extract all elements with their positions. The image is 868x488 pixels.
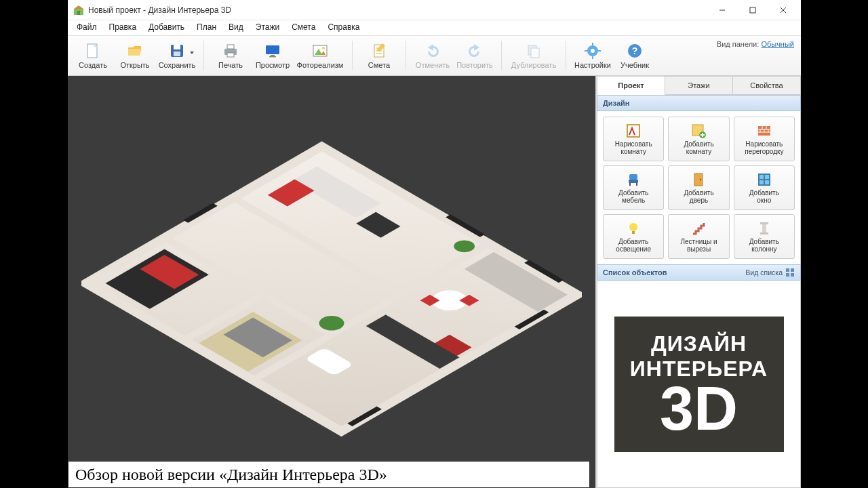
- print-button[interactable]: Печать: [210, 38, 252, 73]
- panel-view-link[interactable]: Обычный: [761, 40, 794, 48]
- svg-rect-88: [786, 268, 789, 272]
- close-button[interactable]: [768, 0, 798, 20]
- menu-floors[interactable]: Этажи: [250, 20, 285, 35]
- redo-icon: [466, 42, 484, 60]
- add-door-button[interactable]: Добавить дверь: [668, 165, 729, 210]
- menu-file[interactable]: Файл: [71, 20, 103, 35]
- svg-rect-4: [750, 7, 755, 13]
- svg-rect-89: [791, 268, 794, 272]
- undo-button[interactable]: Отменить: [412, 38, 454, 73]
- save-icon: [168, 42, 186, 60]
- help-button[interactable]: ? Учебник: [614, 38, 656, 73]
- side-tabs: Проект Этажи Свойства: [597, 76, 801, 95]
- add-room-icon: [690, 123, 707, 139]
- svg-rect-90: [786, 273, 789, 277]
- svg-rect-91: [791, 273, 794, 277]
- toolbar: Создать Открыть Сохранить Печать Просмот…: [68, 35, 801, 76]
- stairs-icon: [690, 220, 707, 237]
- design-buttons: Нарисовать комнату Добавить комнату Нари…: [597, 111, 801, 264]
- photoreal-button[interactable]: Фотореализм: [294, 38, 347, 73]
- add-column-button[interactable]: Добавить колонну: [734, 214, 795, 259]
- settings-button[interactable]: Настройки: [572, 38, 614, 73]
- preview-button[interactable]: Просмотр: [252, 38, 294, 73]
- svg-point-30: [591, 49, 595, 53]
- list-view-link[interactable]: Вид списка: [745, 268, 783, 277]
- svg-rect-28: [531, 48, 539, 58]
- add-furniture-button[interactable]: Добавить мебель: [603, 165, 664, 210]
- menu-add[interactable]: Добавить: [142, 20, 191, 35]
- pencil-room-icon: [625, 123, 642, 139]
- undo-icon: [424, 42, 441, 60]
- 3d-viewport[interactable]: [68, 76, 596, 488]
- draw-room-button[interactable]: Нарисовать комнату: [603, 117, 664, 161]
- tab-project[interactable]: Проект: [597, 76, 665, 95]
- help-icon: ?: [626, 42, 644, 60]
- svg-rect-33: [585, 50, 587, 52]
- svg-rect-14: [227, 53, 234, 57]
- svg-rect-15: [266, 45, 279, 54]
- svg-rect-13: [227, 45, 234, 49]
- menubar: Файл Правка Добавить План Вид Этажи Смет…: [68, 20, 801, 35]
- folder-open-icon: [126, 42, 144, 60]
- minimize-button[interactable]: [707, 0, 737, 20]
- column-icon: [756, 220, 772, 237]
- add-window-button[interactable]: Добавить окно: [734, 165, 795, 210]
- app-icon: [73, 5, 84, 16]
- svg-rect-32: [592, 56, 593, 59]
- maximize-button[interactable]: [737, 0, 768, 20]
- app-window: Новый проект - Дизайн Интерьера 3D Файл …: [68, 0, 801, 488]
- open-button[interactable]: Открыть: [114, 38, 156, 73]
- save-button[interactable]: Сохранить: [156, 38, 198, 73]
- menu-plan[interactable]: План: [191, 20, 222, 35]
- svg-rect-31: [592, 43, 593, 45]
- printer-icon: [222, 42, 239, 60]
- floor-plan-render: [81, 83, 582, 474]
- svg-rect-34: [598, 50, 601, 52]
- svg-point-83: [629, 223, 637, 231]
- brick-wall-icon: [756, 123, 772, 139]
- draw-partition-button[interactable]: Нарисовать перегородку: [734, 117, 795, 161]
- design-section-header: Дизайн: [597, 95, 801, 111]
- duplicate-icon: [525, 42, 542, 60]
- stairs-button[interactable]: Лестницы и вырезы: [668, 214, 729, 259]
- add-room-button[interactable]: Добавить комнату: [668, 117, 729, 161]
- photo-icon: [311, 42, 329, 60]
- svg-rect-74: [629, 174, 637, 180]
- svg-rect-11: [174, 52, 180, 56]
- notepad-icon: [370, 42, 388, 60]
- menu-estimate[interactable]: Смета: [285, 20, 321, 35]
- window-title: Новый проект - Дизайн Интерьера 3D: [88, 5, 231, 15]
- tab-properties[interactable]: Свойства: [733, 76, 801, 95]
- window-icon: [756, 171, 772, 188]
- objects-list: ДИЗАЙН ИНТЕРЬЕРА 3D: [597, 281, 801, 488]
- svg-rect-86: [760, 222, 768, 224]
- svg-point-21: [322, 47, 325, 49]
- svg-rect-10: [174, 45, 180, 49]
- menu-edit[interactable]: Правка: [103, 20, 143, 35]
- gear-icon: [584, 42, 601, 60]
- menu-help[interactable]: Справка: [321, 20, 366, 35]
- chair-icon: [625, 171, 642, 188]
- estimate-button[interactable]: Смета: [358, 38, 400, 73]
- objects-section-header: Список объектов Вид списка: [597, 264, 801, 281]
- svg-rect-17: [269, 56, 276, 58]
- lightbulb-icon: [625, 220, 642, 237]
- redo-button[interactable]: Повторить: [454, 38, 496, 73]
- monitor-icon: [264, 42, 281, 60]
- thumbnail-view-icon[interactable]: [785, 268, 795, 277]
- svg-rect-85: [762, 223, 766, 234]
- titlebar: Новый проект - Дизайн Интерьера 3D: [68, 0, 801, 20]
- svg-point-79: [700, 179, 701, 180]
- video-caption: Обзор новой версии «Дизайн Интерьера 3D»: [68, 461, 590, 488]
- create-button[interactable]: Создать: [72, 38, 114, 73]
- side-panel: Проект Этажи Свойства Дизайн Нарисовать …: [596, 76, 801, 488]
- svg-marker-1: [74, 5, 83, 9]
- svg-rect-2: [77, 11, 80, 15]
- tab-floors[interactable]: Этажи: [665, 76, 733, 95]
- add-light-button[interactable]: Добавить освещение: [603, 214, 664, 259]
- svg-rect-87: [760, 232, 768, 235]
- svg-text:?: ?: [632, 45, 638, 56]
- duplicate-button[interactable]: Дублировать: [507, 38, 560, 73]
- file-new-icon: [84, 42, 102, 60]
- menu-view[interactable]: Вид: [222, 20, 250, 35]
